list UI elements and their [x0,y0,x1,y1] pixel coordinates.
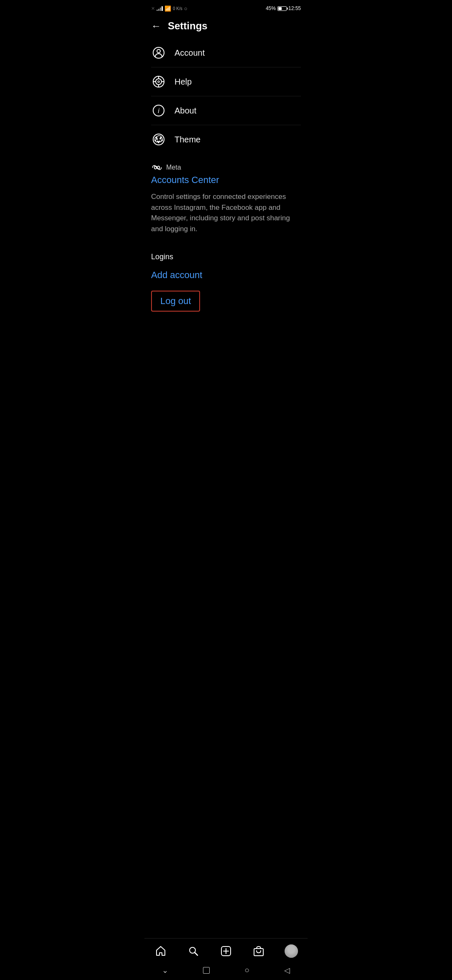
help-icon [151,74,166,89]
back-button[interactable]: ← [151,20,161,32]
battery-percent: 45% [266,5,276,11]
meta-logo-row: Meta [151,164,301,171]
account-icon [151,45,166,60]
meta-logo-icon [151,164,163,171]
about-label: About [175,106,196,116]
menu-item-theme[interactable]: Theme [151,125,301,154]
status-circle-icon: ○ [184,5,187,12]
time-display: 12:55 [288,5,301,11]
page-title: Settings [168,20,208,32]
about-icon: i [151,103,166,118]
signal-icon [157,6,163,11]
battery-icon [277,6,287,11]
svg-point-1 [157,49,160,53]
no-signal-icon: ✕ [151,6,155,11]
wifi-icon: 📶 [164,5,171,12]
svg-text:i: i [158,107,159,114]
accounts-center-title[interactable]: Accounts Center [151,175,301,186]
theme-icon [151,132,166,147]
status-left: ✕ 📶 0 K/s ○ [151,5,187,12]
logout-button[interactable]: Log out [151,291,200,312]
menu-item-help[interactable]: Help [151,67,301,96]
theme-label: Theme [175,135,200,144]
network-speed: 0 K/s [173,6,182,11]
logins-title: Logins [151,253,301,261]
logins-section: Logins Add account Log out [144,241,308,325]
add-account-button[interactable]: Add account [151,270,301,281]
menu-item-about[interactable]: i About [151,96,301,125]
account-label: Account [175,48,205,58]
meta-label: Meta [166,164,181,171]
status-bar: ✕ 📶 0 K/s ○ 45% 12:55 [144,0,308,15]
status-right: 45% 12:55 [266,5,301,11]
accounts-center-section: Meta Accounts Center Control settings fo… [144,154,308,241]
help-label: Help [175,77,192,87]
settings-header: ← Settings [144,15,308,39]
svg-point-19 [156,138,158,140]
svg-point-4 [158,81,159,83]
menu-item-account[interactable]: Account [151,39,301,67]
menu-section: Account Help i About [144,39,308,154]
accounts-center-description: Control settings for connected experienc… [151,191,301,234]
svg-point-3 [156,79,162,85]
svg-point-20 [159,138,161,139]
